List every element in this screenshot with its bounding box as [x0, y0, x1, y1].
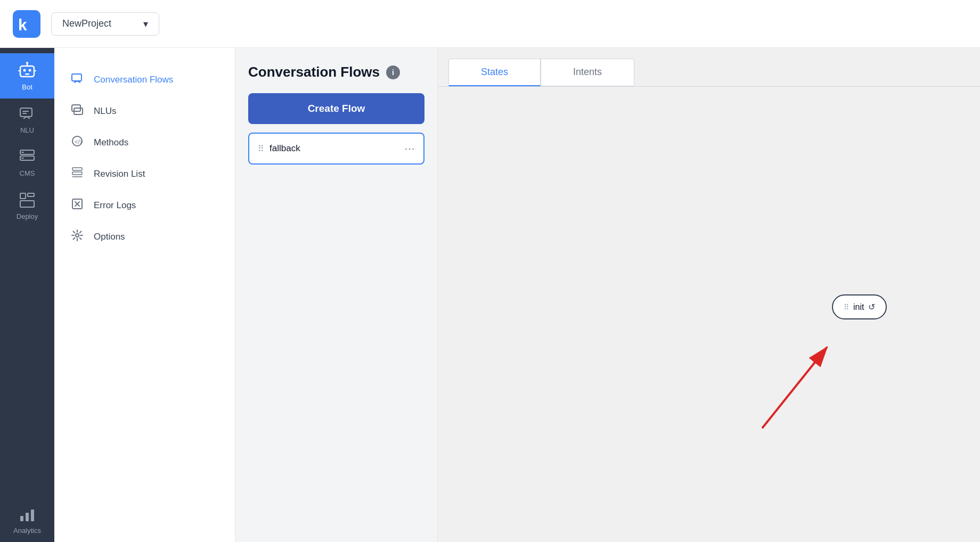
text-sidebar: Conversation Flows NLUs </> Methods [54, 48, 235, 542]
info-icon[interactable]: i [386, 65, 400, 79]
flows-panel: Conversation Flows i Create Flow ⠿ fallb… [235, 48, 438, 542]
flows-panel-title: Conversation Flows [248, 64, 380, 80]
nav-nlus[interactable]: NLUs [54, 95, 235, 127]
nlus-icon [70, 104, 84, 118]
nlu-label: NLU [20, 126, 34, 134]
init-node-label: init [853, 302, 864, 312]
nav-options[interactable]: Options [54, 221, 235, 252]
svg-rect-29 [72, 172, 82, 175]
create-flow-button[interactable]: Create Flow [248, 93, 424, 124]
nav-nlus-label: NLUs [94, 106, 117, 117]
svg-rect-2 [20, 66, 34, 77]
sidebar-item-cms[interactable]: CMS [0, 142, 54, 185]
svg-rect-23 [72, 74, 81, 81]
arrow-annotation [747, 316, 864, 433]
nav-revision-list-label: Revision List [94, 169, 145, 179]
cms-label: CMS [20, 169, 35, 177]
nav-error-logs-label: Error Logs [94, 200, 136, 211]
sidebar-item-analytics[interactable]: Analytics [0, 499, 54, 542]
drag-handle-icon: ⠿ [258, 144, 264, 154]
cms-icon [19, 149, 35, 167]
svg-rect-17 [20, 193, 26, 199]
svg-rect-20 [20, 516, 23, 521]
deploy-icon [19, 192, 35, 210]
header: k NewProject ▾ [0, 0, 980, 48]
nav-methods-label: Methods [94, 137, 128, 148]
canvas-tabs: States Intents [438, 48, 980, 87]
flow-item-name: fallback [270, 143, 300, 154]
svg-point-3 [23, 69, 26, 72]
svg-text:k: k [18, 16, 27, 34]
svg-text:</>: </> [75, 138, 83, 145]
error-logs-icon [70, 198, 84, 212]
svg-point-7 [26, 62, 28, 64]
options-icon [70, 229, 84, 244]
bot-icon [18, 61, 36, 81]
flow-item-left: ⠿ fallback [258, 143, 300, 154]
tab-intents[interactable]: Intents [541, 59, 634, 86]
svg-point-4 [29, 69, 31, 72]
init-node[interactable]: ⠿ init ↺ [832, 294, 887, 319]
sidebar-item-nlu[interactable]: NLU [0, 98, 54, 142]
deploy-label: Deploy [17, 212, 38, 220]
nav-conversation-flows[interactable]: Conversation Flows [54, 64, 235, 95]
methods-icon: </> [70, 135, 84, 150]
flows-panel-header: Conversation Flows i [248, 64, 424, 80]
svg-rect-19 [20, 201, 34, 207]
svg-rect-5 [25, 73, 29, 75]
main-area: Bot NLU CMS [0, 48, 980, 542]
nav-methods[interactable]: </> Methods [54, 127, 235, 158]
analytics-icon [19, 506, 35, 524]
bot-label: Bot [22, 83, 32, 91]
sidebar-item-bot[interactable]: Bot [0, 53, 54, 98]
sidebar-item-deploy[interactable]: Deploy [0, 185, 54, 228]
analytics-label: Analytics [13, 527, 41, 535]
nlu-icon [19, 106, 35, 124]
init-node-refresh-icon: ↺ [868, 302, 875, 312]
nav-revision-list[interactable]: Revision List [54, 158, 235, 190]
flow-item-fallback[interactable]: ⠿ fallback ⋯ [248, 133, 424, 165]
canvas-body: ⠿ init ↺ [438, 87, 980, 542]
svg-rect-10 [20, 108, 32, 117]
svg-rect-22 [31, 510, 34, 521]
svg-line-36 [763, 348, 827, 428]
svg-point-34 [76, 234, 79, 237]
svg-rect-28 [72, 168, 82, 170]
flow-item-menu-icon[interactable]: ⋯ [404, 142, 415, 155]
canvas-area: States Intents ⠿ init ↺ [438, 48, 980, 542]
icon-sidebar: Bot NLU CMS [0, 48, 54, 542]
dropdown-icon: ▾ [143, 18, 148, 30]
revision-list-icon [70, 167, 84, 181]
nav-conversation-flows-label: Conversation Flows [94, 75, 173, 85]
conversation-flows-icon [70, 72, 84, 87]
svg-rect-18 [28, 193, 34, 196]
app-logo: k [13, 10, 40, 38]
project-name: NewProject [62, 18, 111, 29]
nav-options-label: Options [94, 232, 125, 242]
nav-error-logs[interactable]: Error Logs [54, 190, 235, 221]
init-node-dots-icon: ⠿ [844, 303, 849, 311]
svg-rect-21 [26, 513, 29, 521]
tab-states[interactable]: States [448, 59, 541, 86]
project-selector[interactable]: NewProject ▾ [51, 12, 159, 36]
